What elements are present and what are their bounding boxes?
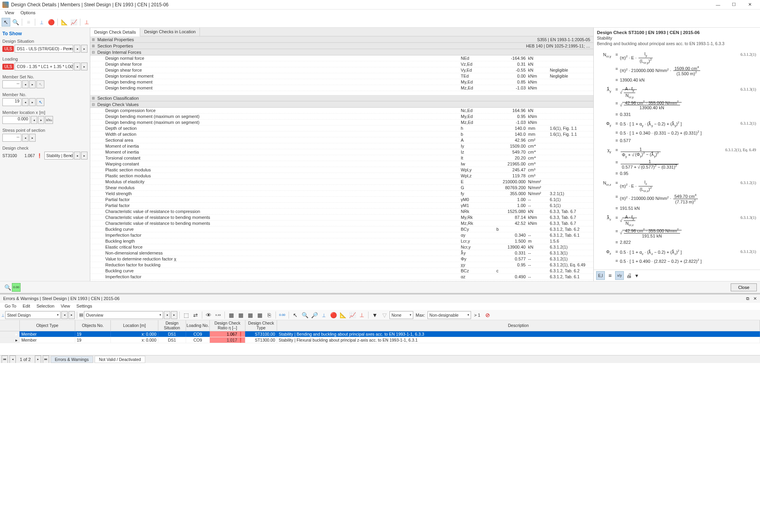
precision-icon[interactable]: 0.00: [12, 283, 21, 292]
emenu-sel[interactable]: Selection: [33, 303, 57, 310]
errors-view-combo[interactable]: Overview: [84, 311, 163, 319]
zoomout-icon[interactable]: 🔎: [310, 311, 319, 319]
stress-next[interactable]: ▸: [29, 134, 36, 142]
group-header[interactable]: ⊞Material PropertiesS355 | EN 1993-1-1:2…: [90, 36, 593, 43]
load-prev[interactable]: ◂: [74, 63, 80, 70]
membno-input[interactable]: 19: [2, 98, 21, 106]
filter-combo[interactable]: None: [390, 311, 413, 319]
loc-next[interactable]: ▸: [38, 116, 44, 124]
list-mode-icon[interactable]: ≡: [606, 271, 614, 280]
error-row[interactable]: ▸ Member 19 x: 0.000 DS1 CO9 1.067 ❗ ST3…: [0, 331, 760, 337]
section2-icon[interactable]: ⊥: [357, 311, 366, 319]
list-icon[interactable]: ≡: [24, 18, 33, 27]
addon-next[interactable]: ▸: [68, 311, 75, 319]
eye-icon[interactable]: 👁: [204, 311, 213, 319]
membset-next[interactable]: ▸: [29, 80, 36, 88]
load-combo[interactable]: CO9 - 1.35 * LC1 + 1.35 * LC2 + …: [15, 63, 73, 70]
colors2-icon[interactable]: 🔴: [329, 311, 338, 319]
swap-icon[interactable]: ⇄: [191, 311, 200, 319]
tab-location[interactable]: Design Checks in Location: [140, 28, 200, 36]
toggle-sym-icon[interactable]: E,I: [596, 271, 605, 280]
arrow-icon[interactable]: ↖: [291, 311, 300, 319]
errors-close-icon[interactable]: ✕: [753, 296, 757, 301]
colors-icon[interactable]: 🔴: [47, 18, 55, 27]
membset-pick-icon[interactable]: ↖: [36, 80, 44, 88]
ds-combo[interactable]: DS1 - ULS (STR/GEO) - Permane…: [15, 45, 73, 53]
graph-icon[interactable]: 📈: [69, 18, 78, 27]
export-icon[interactable]: ⎘: [265, 311, 274, 319]
close-button[interactable]: Close: [731, 283, 757, 291]
emenu-set[interactable]: Settings: [73, 303, 95, 310]
stress-input[interactable]: --: [2, 134, 21, 142]
find-icon[interactable]: 🔍: [11, 18, 20, 27]
stress-prev[interactable]: ◂: [22, 134, 28, 142]
property-list[interactable]: ⊞Material PropertiesS355 | EN 1993-1-1:2…: [90, 36, 593, 281]
table1-icon[interactable]: ▦: [227, 311, 236, 319]
tab-errors[interactable]: Errors & Warnings: [51, 356, 93, 363]
section-icon[interactable]: ⊥: [82, 18, 91, 27]
zoom-icon[interactable]: 🔍: [300, 311, 309, 319]
emenu-view[interactable]: View: [57, 303, 73, 310]
filter-icon[interactable]: ▼: [370, 311, 379, 319]
errors-addon-combo[interactable]: Steel Design: [5, 311, 61, 319]
close-window-button[interactable]: ✕: [742, 1, 758, 9]
filter2-icon[interactable]: ▽: [380, 311, 389, 319]
emenu-goto[interactable]: Go To: [2, 303, 19, 310]
loc-x-icon[interactable]: x/x₀: [45, 116, 53, 124]
errors-grid[interactable]: Object Type Objects No. Location [m] Des…: [0, 320, 760, 355]
membno-pick-icon[interactable]: ↖: [36, 98, 44, 106]
ds-prev[interactable]: ◂: [74, 45, 80, 53]
group-header[interactable]: ⊞Section Classification: [90, 95, 593, 101]
group-header[interactable]: ⊟Design Check Values: [90, 101, 593, 108]
table2-icon[interactable]: ▦: [236, 311, 245, 319]
check-prev[interactable]: ◂: [74, 152, 80, 160]
errors-detach-icon[interactable]: ⧉: [746, 296, 749, 301]
frac-mode-icon[interactable]: x/y: [615, 271, 624, 280]
cursor-icon[interactable]: ⬚: [182, 311, 190, 319]
help-icon[interactable]: 🔍: [3, 283, 12, 292]
menu-options[interactable]: Options: [17, 10, 39, 17]
page-next[interactable]: ▸: [35, 355, 41, 363]
error-row[interactable]: ▸ Member 19 x: 0.000 DS1 CO9 1.017 ❗ ST1…: [0, 337, 760, 343]
load-next[interactable]: ▸: [81, 63, 87, 70]
membset-input[interactable]: --: [2, 80, 21, 88]
chart2-icon[interactable]: ⟂: [319, 311, 328, 319]
view-prev[interactable]: ◂: [164, 311, 170, 319]
print-dd-icon[interactable]: ▾: [634, 271, 639, 280]
member2-icon[interactable]: 📐: [338, 311, 347, 319]
print-icon[interactable]: 🖨: [625, 271, 633, 280]
max-combo[interactable]: Non-designable: [428, 311, 471, 319]
membno-prev[interactable]: ◂: [22, 98, 28, 106]
precision2-icon[interactable]: 0.00: [278, 311, 287, 319]
tab-details[interactable]: Design Check Details: [90, 28, 140, 36]
menu-view[interactable]: View: [2, 10, 17, 17]
membset-prev[interactable]: ◂: [22, 80, 28, 88]
xxx-icon[interactable]: x.xx: [214, 311, 222, 319]
check-combo[interactable]: Stability | Bendin…: [44, 152, 73, 160]
emenu-edit[interactable]: Edit: [19, 303, 33, 310]
clear-filter-icon[interactable]: ⊘: [483, 311, 492, 319]
table4-icon[interactable]: ▦: [255, 311, 264, 319]
chart-icon[interactable]: ⟂: [37, 18, 46, 27]
check-next[interactable]: ▸: [81, 152, 87, 160]
page-last[interactable]: ⏭: [43, 355, 49, 363]
membno-next[interactable]: ▸: [29, 98, 36, 106]
maximize-button[interactable]: ☐: [726, 1, 742, 9]
property-row: Design torsional momentTEd0.00kNmNegligi…: [90, 73, 593, 79]
view-next[interactable]: ▸: [171, 311, 177, 319]
loc-prev[interactable]: ◂: [31, 116, 37, 124]
addon-prev[interactable]: ◂: [61, 311, 68, 319]
loc-input[interactable]: 0.000: [2, 116, 30, 124]
loc-label: Member location x [m]: [2, 110, 87, 115]
minimize-button[interactable]: —: [710, 1, 726, 9]
table3-icon[interactable]: ▦: [246, 311, 255, 319]
ds-next[interactable]: ▸: [81, 45, 87, 53]
page-prev[interactable]: ◂: [10, 355, 16, 363]
group-header[interactable]: ⊞Section PropertiesHEB 140 | DIN 1025-2:…: [90, 43, 593, 49]
tab-notvalid[interactable]: Not Valid / Deactivated: [95, 356, 145, 363]
pointer-tool-icon[interactable]: ↖: [2, 18, 10, 27]
page-first[interactable]: ⏮: [2, 355, 8, 363]
member-icon[interactable]: 📐: [60, 18, 68, 27]
group-header[interactable]: ⊟Design Internal Forces: [90, 49, 593, 55]
graph2-icon[interactable]: 📈: [348, 311, 357, 319]
